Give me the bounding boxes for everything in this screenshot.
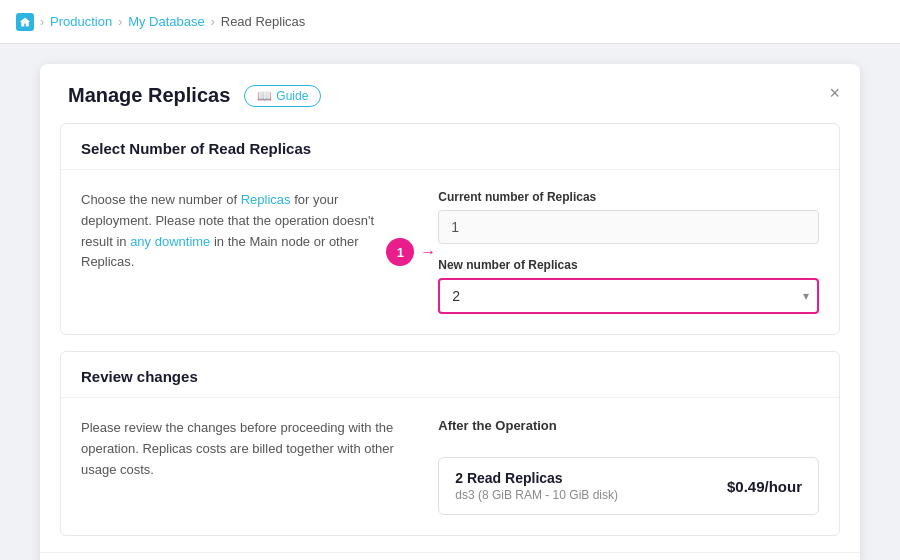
- section2-description: Please review the changes before proceed…: [81, 418, 398, 515]
- section-select-replicas: Select Number of Read Replicas Choose th…: [60, 123, 840, 335]
- step1-arrow: →: [420, 243, 436, 261]
- separator-1: ›: [40, 15, 44, 29]
- guide-label: Guide: [276, 89, 308, 103]
- replica-price: $0.49/hour: [727, 478, 802, 495]
- close-button[interactable]: ×: [829, 84, 840, 102]
- breadcrumb-bar: › Production › My Database › Read Replic…: [0, 0, 900, 44]
- downtime-link[interactable]: any downtime: [130, 234, 210, 249]
- step1-badge: 1: [386, 238, 414, 266]
- guide-button[interactable]: 📖 Guide: [244, 85, 321, 107]
- new-replicas-select[interactable]: 1 2 3 4 5: [438, 278, 819, 314]
- modal-header: Manage Replicas 📖 Guide ×: [40, 64, 860, 123]
- breadcrumb-my-database[interactable]: My Database: [128, 14, 205, 29]
- section2-body: Please review the changes before proceed…: [61, 398, 839, 535]
- replica-spec: ds3 (8 GiB RAM - 10 GiB disk): [455, 488, 618, 502]
- section-review-changes: Review changes Please review the changes…: [60, 351, 840, 536]
- book-icon: 📖: [257, 89, 272, 103]
- section1-body: Choose the new number of Replicas for yo…: [61, 170, 839, 334]
- new-replicas-select-wrapper: 1 2 3 4 5 ▾: [438, 278, 819, 314]
- separator-2: ›: [118, 15, 122, 29]
- section1-title: Select Number of Read Replicas: [61, 124, 839, 170]
- replica-name: 2 Read Replicas: [455, 470, 618, 486]
- replica-summary-box: 2 Read Replicas ds3 (8 GiB RAM - 10 GiB …: [438, 457, 819, 515]
- home-icon[interactable]: [16, 13, 34, 31]
- replicas-link[interactable]: Replicas: [241, 192, 291, 207]
- section2-title: Review changes: [61, 352, 839, 398]
- current-replicas-label: Current number of Replicas: [438, 190, 819, 204]
- main-content: Manage Replicas 📖 Guide × Select Number …: [0, 44, 900, 560]
- new-replicas-field: New number of Replicas 1 2 3 4 5 ▾: [438, 258, 819, 314]
- modal-title: Manage Replicas: [68, 84, 230, 107]
- current-replicas-field: Current number of Replicas: [438, 190, 819, 244]
- step1-badge-container: 1 →: [386, 238, 436, 266]
- breadcrumb-current: Read Replicas: [221, 14, 306, 29]
- section2-controls: After the Operation 2 Read Replicas ds3 …: [438, 418, 819, 515]
- separator-3: ›: [211, 15, 215, 29]
- after-operation-label: After the Operation: [438, 418, 819, 433]
- replica-info: 2 Read Replicas ds3 (8 GiB RAM - 10 GiB …: [455, 470, 618, 502]
- new-replicas-label: New number of Replicas: [438, 258, 819, 272]
- breadcrumb-production[interactable]: Production: [50, 14, 112, 29]
- modal-footer: 2 → Start Operation: [40, 552, 860, 560]
- section1-description: Choose the new number of Replicas for yo…: [81, 190, 398, 314]
- section1-controls: 1 → Current number of Replicas New numbe…: [438, 190, 819, 314]
- current-replicas-input: [438, 210, 819, 244]
- modal-card: Manage Replicas 📖 Guide × Select Number …: [40, 64, 860, 560]
